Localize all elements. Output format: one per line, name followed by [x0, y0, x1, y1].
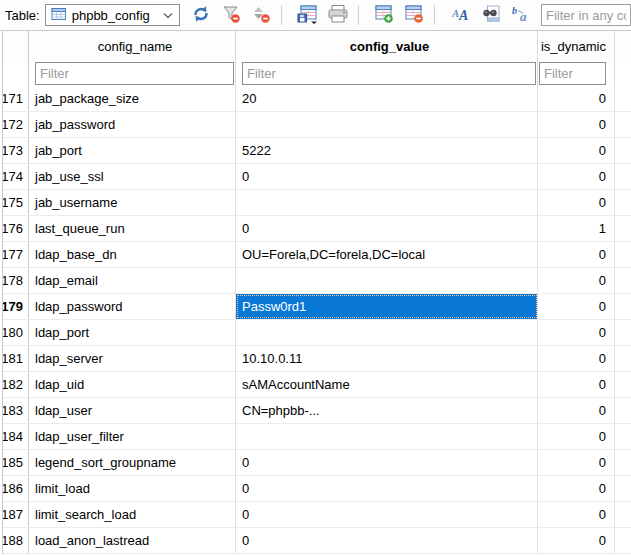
- cell-is-dynamic[interactable]: 1: [538, 216, 615, 241]
- find-in-page-button[interactable]: [478, 3, 504, 27]
- cell-config-value[interactable]: [236, 190, 538, 215]
- cell-config-value[interactable]: 0: [236, 476, 538, 501]
- filter-input-config-name[interactable]: [35, 62, 234, 85]
- header-corner: [3, 31, 29, 61]
- cell-config-name[interactable]: limit_load: [29, 476, 236, 501]
- cell-is-dynamic[interactable]: 0: [538, 372, 615, 397]
- format-font-button[interactable]: A A: [448, 3, 474, 27]
- cell-config-name[interactable]: jab_password: [29, 112, 236, 137]
- cell-is-dynamic[interactable]: 0: [538, 294, 615, 319]
- column-header-row: config_name config_value is_dynamic: [3, 31, 631, 61]
- cell-config-name[interactable]: ldap_email: [29, 268, 236, 293]
- cell-config-name[interactable]: jab_port: [29, 138, 236, 163]
- cell-config-name[interactable]: jab_username: [29, 190, 236, 215]
- cell-is-dynamic[interactable]: 0: [538, 398, 615, 423]
- clear-filters-button[interactable]: [218, 3, 244, 27]
- cell-is-dynamic[interactable]: 0: [538, 346, 615, 371]
- cell-is-dynamic[interactable]: 0: [538, 268, 615, 293]
- cell-is-dynamic[interactable]: 0: [538, 190, 615, 215]
- row-number[interactable]: 175: [3, 190, 29, 215]
- cell-is-dynamic[interactable]: 0: [538, 450, 615, 475]
- cell-config-value[interactable]: 0: [236, 450, 538, 475]
- header-filler: [615, 31, 631, 61]
- cell-config-value[interactable]: OU=Forela,DC=forela,DC=local: [236, 242, 538, 267]
- cell-filler: [615, 112, 631, 137]
- cell-config-name[interactable]: legend_sort_groupname: [29, 450, 236, 475]
- cell-config-name[interactable]: jab_use_ssl: [29, 164, 236, 189]
- svg-text:b: b: [512, 4, 517, 15]
- save-table-button[interactable]: [295, 3, 321, 27]
- cell-config-value[interactable]: 0: [236, 216, 538, 241]
- cell-is-dynamic[interactable]: 0: [538, 86, 615, 111]
- cell-config-value[interactable]: 10.10.0.11: [236, 346, 538, 371]
- cell-config-name[interactable]: ldap_base_dn: [29, 242, 236, 267]
- clear-sort-button[interactable]: [248, 3, 274, 27]
- cell-config-value[interactable]: [236, 112, 538, 137]
- insert-record-icon: [374, 4, 394, 27]
- row-number[interactable]: 173: [3, 138, 29, 163]
- cell-config-name[interactable]: load_anon_lastread: [29, 528, 236, 553]
- row-number[interactable]: 186: [3, 476, 29, 501]
- row-number[interactable]: 187: [3, 502, 29, 527]
- row-number[interactable]: 178: [3, 268, 29, 293]
- delete-record-button[interactable]: [401, 3, 427, 27]
- cell-is-dynamic[interactable]: 0: [538, 164, 615, 189]
- cell-is-dynamic[interactable]: 0: [538, 320, 615, 345]
- table-row: 184 ldap_user_filter 0: [3, 424, 631, 450]
- refresh-button[interactable]: [188, 3, 214, 27]
- table-row: 171 jab_package_size 20 0: [3, 86, 631, 112]
- cell-config-value[interactable]: 20: [236, 86, 538, 111]
- cell-is-dynamic[interactable]: 0: [538, 112, 615, 137]
- row-number[interactable]: 188: [3, 528, 29, 553]
- cell-config-value[interactable]: 0: [236, 528, 538, 553]
- print-button[interactable]: [325, 3, 351, 27]
- column-filter-row: [3, 61, 631, 86]
- cell-is-dynamic[interactable]: 0: [538, 242, 615, 267]
- replace-button[interactable]: b a: [508, 3, 534, 27]
- table-selector-combobox[interactable]: phpbb_config: [45, 4, 180, 26]
- row-number[interactable]: 182: [3, 372, 29, 397]
- column-header-is-dynamic[interactable]: is_dynamic: [538, 31, 615, 61]
- row-number[interactable]: 180: [3, 320, 29, 345]
- insert-record-button[interactable]: [371, 3, 397, 27]
- cell-config-value[interactable]: 5222: [236, 138, 538, 163]
- cell-is-dynamic[interactable]: 0: [538, 476, 615, 501]
- row-number[interactable]: 172: [3, 112, 29, 137]
- cell-config-value[interactable]: [236, 320, 538, 345]
- cell-config-value[interactable]: 0: [236, 502, 538, 527]
- cell-config-value[interactable]: [236, 424, 538, 449]
- row-number[interactable]: 181: [3, 346, 29, 371]
- row-number[interactable]: 174: [3, 164, 29, 189]
- filter-input-config-value[interactable]: [242, 62, 536, 85]
- row-number[interactable]: 171: [3, 86, 29, 111]
- cell-is-dynamic[interactable]: 0: [538, 138, 615, 163]
- cell-config-name[interactable]: ldap_port: [29, 320, 236, 345]
- column-header-config-value[interactable]: config_value: [236, 31, 538, 61]
- cell-config-name[interactable]: ldap_user_filter: [29, 424, 236, 449]
- cell-is-dynamic[interactable]: 0: [538, 424, 615, 449]
- cell-config-name[interactable]: limit_search_load: [29, 502, 236, 527]
- cell-config-value[interactable]: CN=phpbb-...: [236, 398, 538, 423]
- cell-is-dynamic[interactable]: 0: [538, 502, 615, 527]
- column-header-config-name[interactable]: config_name: [29, 31, 236, 61]
- cell-config-value[interactable]: sAMAccountName: [236, 372, 538, 397]
- filter-input-is-dynamic[interactable]: [539, 62, 606, 85]
- cell-config-name[interactable]: ldap_uid: [29, 372, 236, 397]
- cell-config-name[interactable]: last_queue_run: [29, 216, 236, 241]
- cell-config-name[interactable]: jab_package_size: [29, 86, 236, 111]
- cell-config-value[interactable]: [236, 268, 538, 293]
- row-number[interactable]: 179: [3, 294, 29, 319]
- row-number[interactable]: 184: [3, 424, 29, 449]
- global-filter-input[interactable]: [541, 4, 631, 26]
- cell-config-name[interactable]: ldap_user: [29, 398, 236, 423]
- cell-config-name[interactable]: ldap_server: [29, 346, 236, 371]
- cell-is-dynamic[interactable]: 0: [538, 528, 615, 553]
- cell-filler: [615, 502, 631, 527]
- row-number[interactable]: 183: [3, 398, 29, 423]
- cell-config-value[interactable]: Passw0rd1: [236, 294, 538, 319]
- cell-config-value[interactable]: 0: [236, 164, 538, 189]
- cell-config-name[interactable]: ldap_password: [29, 294, 236, 319]
- row-number[interactable]: 176: [3, 216, 29, 241]
- row-number[interactable]: 185: [3, 450, 29, 475]
- row-number[interactable]: 177: [3, 242, 29, 267]
